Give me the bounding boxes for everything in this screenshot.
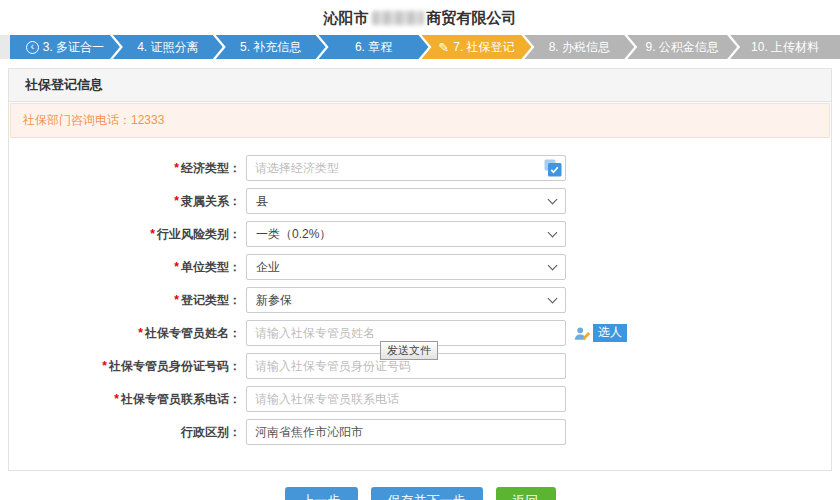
form-row-economic-type: *经济类型： xyxy=(9,155,831,181)
step-3-multi-cert[interactable]: ‹ 3. 多证合一 xyxy=(10,35,120,59)
chevron-down-icon xyxy=(548,195,558,205)
back-arrow-icon[interactable]: ‹ xyxy=(26,41,39,54)
required-mark: * xyxy=(174,293,179,307)
admin-region-input[interactable] xyxy=(246,419,566,445)
unit-type-label: *单位类型： xyxy=(9,259,241,276)
step-label: 10. 上传材料 xyxy=(751,39,819,56)
step-10-upload-materials[interactable]: 10. 上传材料 xyxy=(730,35,840,59)
required-mark: * xyxy=(150,227,155,241)
admin-region-label: 行政区别： xyxy=(9,424,241,441)
step-bar-left-pad xyxy=(0,35,10,59)
form-row-affiliation: *隶属关系： 县 xyxy=(9,188,831,214)
save-and-next-button[interactable]: 保存并下一步 xyxy=(371,487,483,500)
step-label: 4. 证照分离 xyxy=(137,39,198,56)
form-row-agent-phone: *社保专管员联系电话： xyxy=(9,386,831,412)
step-label: 8. 办税信息 xyxy=(549,39,610,56)
page-title: 沁阳市商贸有限公司 xyxy=(0,0,840,31)
required-mark: * xyxy=(102,359,107,373)
affiliation-label: *隶属关系： xyxy=(9,193,241,210)
company-name-prefix: 沁阳市 xyxy=(324,9,369,26)
required-mark: * xyxy=(114,392,119,406)
pick-person-button[interactable]: 选人 xyxy=(573,324,627,341)
agent-name-label: *社保专管员姓名： xyxy=(9,325,241,342)
form-row-unit-type: *单位类型： 企业 xyxy=(9,254,831,280)
affiliation-select[interactable]: 县 xyxy=(246,188,566,214)
pencil-icon: ✎ xyxy=(438,41,449,54)
agent-phone-input[interactable] xyxy=(246,386,566,412)
step-8-tax-info[interactable]: 8. 办税信息 xyxy=(524,35,634,59)
affiliation-value: 县 xyxy=(256,193,268,210)
economic-type-input[interactable] xyxy=(246,155,566,181)
required-mark: * xyxy=(174,194,179,208)
back-button[interactable]: 返回 xyxy=(496,487,556,500)
step-label: 5. 补充信息 xyxy=(240,39,301,56)
prev-step-button[interactable]: 上一步 xyxy=(285,487,358,500)
hotline-notice: 社保部门咨询电话：12333 xyxy=(10,103,830,138)
step-wizard: ‹ 3. 多证合一 4. 证照分离 5. 补充信息 6. 章程 ✎ 7. 社保登… xyxy=(0,35,840,59)
unit-type-value: 企业 xyxy=(256,259,280,276)
redacted-company-name xyxy=(372,11,424,25)
required-mark: * xyxy=(138,326,143,340)
social-security-form: *经济类型： *隶属关系： 县 xyxy=(9,139,831,470)
register-type-value: 新参保 xyxy=(256,292,292,309)
panel-heading: 社保登记信息 xyxy=(9,69,831,102)
social-security-panel: 社保登记信息 社保部门咨询电话：12333 *经济类型： *隶属关系： xyxy=(8,68,832,471)
step-5-supplementary-info[interactable]: 5. 补充信息 xyxy=(216,35,326,59)
footer-actions: 上一步 保存并下一步 返回 xyxy=(0,487,840,500)
agent-id-label: *社保专管员身份证号码： xyxy=(9,358,241,375)
register-type-select[interactable]: 新参保 xyxy=(246,287,566,313)
form-row-admin-region: 行政区别： xyxy=(9,419,831,445)
step-label: 7. 社保登记 xyxy=(453,39,514,56)
chevron-down-icon xyxy=(548,228,558,238)
register-type-label: *登记类型： xyxy=(9,292,241,309)
step-7-social-security[interactable]: ✎ 7. 社保登记 xyxy=(422,35,532,59)
step-label: 6. 章程 xyxy=(355,39,392,56)
step-6-charter[interactable]: 6. 章程 xyxy=(319,35,429,59)
required-mark: * xyxy=(174,161,179,175)
step-9-housing-fund[interactable]: 9. 公积金信息 xyxy=(627,35,737,59)
industry-risk-value: 一类（0.2%） xyxy=(256,226,331,243)
industry-risk-select[interactable]: 一类（0.2%） xyxy=(246,221,566,247)
send-file-tooltip: 发送文件 xyxy=(380,341,438,360)
step-4-license-separation[interactable]: 4. 证照分离 xyxy=(113,35,223,59)
required-mark: * xyxy=(174,260,179,274)
form-row-register-type: *登记类型： 新参保 xyxy=(9,287,831,313)
unit-type-select[interactable]: 企业 xyxy=(246,254,566,280)
chevron-down-icon xyxy=(548,294,558,304)
industry-risk-label: *行业风险类别： xyxy=(9,226,241,243)
economic-type-picker-icon[interactable] xyxy=(544,159,562,177)
chevron-down-icon xyxy=(548,261,558,271)
step-label: 3. 多证合一 xyxy=(43,39,104,56)
step-label: 9. 公积金信息 xyxy=(646,39,719,56)
economic-type-label: *经济类型： xyxy=(9,160,241,177)
agent-phone-label: *社保专管员联系电话： xyxy=(9,391,241,408)
company-name-suffix: 商贸有限公司 xyxy=(427,9,517,26)
pick-person-label: 选人 xyxy=(593,324,627,341)
person-pencil-icon xyxy=(573,325,591,341)
form-row-industry-risk: *行业风险类别： 一类（0.2%） xyxy=(9,221,831,247)
form-row-agent-id: 发送文件 *社保专管员身份证号码： xyxy=(9,353,831,379)
